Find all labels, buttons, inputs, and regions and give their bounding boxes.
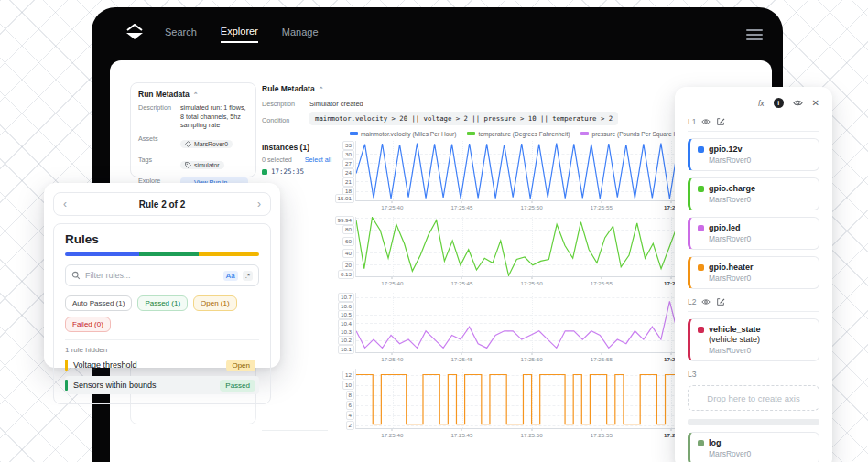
y-tick-label: 10.1 [338,345,354,354]
rule-status-badge: Open [226,360,255,371]
nav-item-manage[interactable]: Manage [282,27,319,42]
rules-progress-bar [65,252,259,256]
rule-name: Sensors within bounds [73,381,214,390]
y-tick-label: 10.5 [338,310,354,319]
progress-segment [139,252,200,256]
channel-name: gpio.charge [709,184,755,193]
instance-timestamp: 17:25:35 [271,167,304,176]
y-axis: 12108642 [331,369,355,429]
rule-row[interactable]: Sensors within boundsPassed [65,376,259,394]
tag-badge-text: simulator [194,162,220,168]
filter-badge-red[interactable]: Failed (0) [65,317,111,332]
x-tick [461,429,462,431]
y-axis: 33302724211815.01 [331,141,355,201]
axis-edit-icon[interactable] [716,297,725,306]
channel-name: log [709,438,722,447]
regex-toggle[interactable]: .* [243,271,253,281]
rule-condition-expression[interactable]: mainmotor.velocity > 20 || voltage > 2 |… [309,112,618,125]
rule-description-label: Description [262,100,295,108]
legend-color-chip [350,132,358,135]
rule-status-bar [65,380,68,391]
channel-asset: MarsRover0 [709,449,811,458]
x-tick [392,277,393,279]
x-tick [670,201,671,203]
menu-hamburger-icon[interactable] [746,29,763,40]
channel-name: gpio.heater [709,263,754,272]
axis-edit-icon[interactable] [716,117,725,126]
select-all-link[interactable]: Select all [305,156,331,164]
legend-color-chip [580,132,589,135]
horizontal-scrollbar[interactable] [688,419,819,425]
description-value: simulated run: 1 flows, 8 total channels… [180,103,248,130]
rule-metadata-title[interactable]: Rule Metadata ⌃ [262,84,324,93]
next-rule-chevron-icon[interactable]: › [257,199,261,210]
formula-fx-button[interactable]: fx [758,99,765,108]
progress-segment [199,252,259,256]
legend-item: temperature (Degrees Fahrenheit) [467,131,570,137]
y-tick-label: 6 [346,401,354,410]
channel-card-gpio.12v[interactable]: gpio.12vMarsRover0 [688,138,819,171]
nav-item-search[interactable]: Search [165,27,197,42]
channel-card-gpio.heater[interactable]: gpio.heaterMarsRover0 [688,256,819,289]
tag-badge[interactable]: simulator [180,161,224,169]
x-tick-label: 17:25:45 [450,280,472,286]
x-tick-label: 17:25:55 [591,356,613,362]
nav-item-explorer[interactable]: Explorer [221,26,258,43]
prev-rule-chevron-icon[interactable]: ‹ [63,199,67,210]
instance-list-item[interactable]: 17:25:35 [262,167,304,176]
asset-badge[interactable]: MarsRover0 [180,140,233,148]
x-tick-label: 17:25:50 [521,356,543,362]
info-icon[interactable]: i [774,98,784,108]
axis-eye-icon[interactable] [701,297,711,306]
y-tick-label: 24 [342,168,354,177]
brand-logo-icon[interactable] [125,24,145,44]
axis-dropzone[interactable]: Drop here to create axis [688,385,819,411]
x-tick-label: 17:25:50 [521,280,543,286]
rules-filter-box: Aa .* [65,264,259,286]
x-tick-label: 17:25:40 [381,356,403,362]
search-icon [71,271,81,280]
x-tick-label: 17:25:40 [381,432,403,438]
channel-card-gpio.charge[interactable]: gpio.chargeMarsRover0 [688,177,819,210]
visibility-eye-icon[interactable] [793,98,803,108]
asset-icon [185,141,191,147]
rules-card: Rules Aa .* Auto Passed (1)Passed (1)Ope… [53,223,271,404]
y-axis: 10.710.610.510.410.310.210.1 [331,293,355,353]
top-nav: Search Explorer Manage [125,24,342,44]
x-tick [531,201,532,203]
rules-list: Voltage thresholdOpenSensors within boun… [65,356,259,394]
channel-asset: MarsRover0 [709,274,811,283]
instance-status-dot [262,169,267,175]
y-tick-label: 4 [346,411,354,420]
log-slot: logMarsRover0 [688,432,819,462]
x-tick-label: 17:25:40 [381,204,403,210]
channel-card-gpio.led[interactable]: gpio.ledMarsRover0 [688,217,819,250]
channel-card-log[interactable]: logMarsRover0 [688,432,819,462]
channel-color-chip [698,146,704,153]
filter-rules-input[interactable] [85,271,219,280]
channel-color-chip [698,440,704,446]
filter-badge-green[interactable]: Passed (1) [137,295,188,311]
rule-name: Voltage threshold [73,360,221,370]
x-tick-label: 17:25:45 [450,432,472,438]
y-tick-label: 27 [342,159,354,168]
run-metadata-card: Run Metadata ⌃ Description simulated run… [130,82,256,177]
rule-status-bar [65,360,68,371]
close-icon[interactable]: ✕ [812,99,819,108]
axis-eye-icon[interactable] [701,117,711,126]
run-metadata-title[interactable]: Run Metadata ⌃ [138,90,248,99]
filter-badge-amber[interactable]: Open (1) [193,295,237,311]
collapse-caret-icon: ⌃ [193,91,199,98]
channel-panel: fx i ✕ L1gpio.12vMarsRover0gpio.chargeMa… [675,87,832,462]
rule-row[interactable]: Voltage thresholdOpen [65,356,259,374]
x-tick-label: 17:25:55 [591,432,613,438]
channel-card-vehicle_state[interactable]: vehicle_state(vehicle state)MarsRover0 [688,318,819,361]
x-tick [601,429,602,431]
x-tick [670,277,671,279]
match-case-toggle[interactable]: Aa [223,271,238,281]
assets-label: Assets [138,134,180,143]
rule-filter-badges: Auto Passed (1)Passed (1)Open (1)Failed … [65,295,259,332]
channel-name: vehicle_state [709,325,761,334]
filter-badge-neutral[interactable]: Auto Passed (1) [65,295,132,311]
x-tick [601,201,602,203]
